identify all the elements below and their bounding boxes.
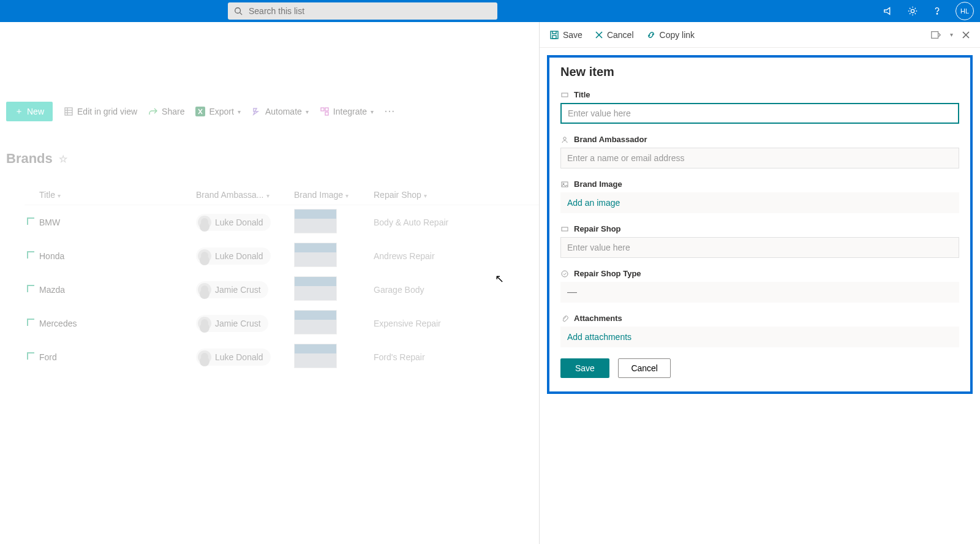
person-avatar-icon — [198, 350, 211, 364]
col-title[interactable]: Title▾ — [24, 190, 196, 200]
table-row[interactable]: Ford Luke Donald Ford's Repair — [24, 340, 539, 374]
search-input[interactable] — [249, 6, 491, 16]
cell-image — [294, 209, 374, 235]
list-name: Brands — [6, 151, 53, 167]
cell-image — [294, 276, 374, 303]
svg-rect-12 — [551, 31, 558, 39]
table-row[interactable]: Mazda Jamie Crust Garage Body — [24, 273, 539, 306]
cancel-button[interactable]: Cancel — [618, 358, 671, 378]
export-button[interactable]: Export ▾ — [195, 107, 240, 116]
svg-rect-21 — [562, 182, 568, 187]
svg-rect-23 — [562, 227, 568, 231]
panel-save[interactable]: Save — [549, 30, 582, 40]
col-image[interactable]: Brand Image▾ — [294, 190, 374, 200]
share-button[interactable]: Share — [148, 107, 184, 116]
search-icon — [234, 7, 243, 15]
chevron-down-icon: ▾ — [306, 108, 309, 115]
type-select[interactable]: — — [560, 282, 959, 303]
flow-icon — [252, 107, 262, 116]
integrate-icon — [320, 107, 330, 116]
cell-ambassador: Luke Donald — [196, 349, 294, 366]
panel-copy-label: Copy link — [660, 30, 695, 40]
panel-cancel[interactable]: Cancel — [595, 30, 634, 40]
text-field-icon — [560, 91, 569, 99]
svg-point-20 — [564, 137, 566, 139]
shop-input[interactable] — [560, 237, 959, 258]
cell-shop: Ford's Repair — [374, 352, 496, 362]
svg-rect-10 — [325, 112, 328, 115]
person-avatar-icon — [198, 317, 211, 330]
cell-shop: Garage Body — [374, 285, 496, 295]
share-label: Share — [162, 107, 184, 116]
text-field-icon — [560, 225, 569, 233]
title-label: Title — [574, 90, 590, 99]
form-edit-icon[interactable] — [930, 30, 941, 40]
title-input[interactable] — [560, 103, 959, 124]
chevron-down-icon: ▾ — [345, 192, 349, 199]
save-icon — [549, 30, 559, 40]
car-image — [294, 344, 337, 368]
svg-point-24 — [562, 271, 568, 277]
add-attachments-action[interactable]: Add attachments — [560, 327, 959, 347]
table-row[interactable]: Mercedes Jamie Crust Expensive Repair — [24, 306, 539, 340]
add-image-action[interactable]: Add an image — [560, 192, 959, 213]
cell-ambassador: Jamie Crust — [196, 315, 294, 332]
share-icon — [148, 107, 158, 116]
chevron-down-icon[interactable]: ▾ — [950, 31, 953, 38]
x-icon — [595, 31, 603, 39]
image-icon — [560, 180, 569, 189]
list-title: Brands ☆ — [6, 151, 539, 167]
svg-rect-11 — [325, 108, 328, 111]
svg-point-3 — [937, 13, 937, 14]
ambassador-input[interactable] — [560, 148, 959, 168]
grid-icon — [64, 107, 74, 116]
cell-title: BMW — [24, 217, 196, 227]
favorite-star-icon[interactable]: ☆ — [59, 153, 67, 165]
car-image — [294, 243, 337, 267]
close-panel-icon[interactable] — [962, 31, 970, 39]
save-button[interactable]: Save — [560, 358, 609, 378]
search-box[interactable] — [228, 2, 497, 20]
settings-icon[interactable] — [907, 6, 919, 17]
new-item-button[interactable]: ＋ New — [6, 102, 53, 121]
automate-button[interactable]: Automate ▾ — [252, 107, 309, 116]
cell-shop: Andrews Repair — [374, 251, 496, 261]
cell-title: Ford — [24, 352, 196, 362]
more-actions[interactable]: ··· — [385, 107, 396, 116]
megaphone-icon[interactable] — [882, 6, 894, 17]
attachment-icon — [560, 314, 569, 323]
type-label: Repair Shop Type — [574, 269, 641, 278]
table-row[interactable]: Honda Luke Donald Andrews Repair — [24, 239, 539, 273]
link-icon — [646, 30, 656, 40]
svg-rect-4 — [65, 108, 72, 115]
attachments-label: Attachments — [574, 314, 622, 323]
col-shop[interactable]: Repair Shop▾ — [374, 190, 496, 200]
help-icon[interactable] — [931, 6, 943, 17]
suite-header: HL — [0, 0, 980, 22]
cell-title: Mazda — [24, 285, 196, 295]
automate-label: Automate — [265, 107, 302, 116]
export-label: Export — [209, 107, 233, 116]
svg-rect-13 — [552, 36, 556, 39]
cell-image — [294, 243, 374, 269]
svg-line-1 — [240, 13, 243, 15]
image-label: Brand Image — [574, 179, 622, 189]
integrate-button[interactable]: Integrate ▾ — [320, 107, 374, 116]
user-avatar[interactable]: HL — [956, 2, 974, 20]
chevron-down-icon: ▾ — [58, 192, 61, 199]
panel-cancel-label: Cancel — [607, 30, 634, 40]
edit-in-grid-view[interactable]: Edit in grid view — [64, 107, 137, 116]
svg-rect-16 — [932, 31, 938, 38]
cell-shop: Body & Auto Repair — [374, 217, 496, 227]
cell-title: Honda — [24, 251, 196, 261]
panel-copy-link[interactable]: Copy link — [646, 30, 695, 40]
ambassador-label: Brand Ambassador — [574, 135, 647, 144]
choice-icon — [560, 270, 569, 278]
cell-image — [294, 344, 374, 370]
panel-save-label: Save — [563, 30, 582, 40]
svg-rect-9 — [321, 108, 324, 111]
cell-ambassador: Luke Donald — [196, 214, 294, 231]
col-ambassador[interactable]: Brand Ambassa...▾ — [196, 190, 294, 200]
integrate-label: Integrate — [333, 107, 367, 116]
table-row[interactable]: BMW Luke Donald Body & Auto Repair — [24, 205, 539, 239]
